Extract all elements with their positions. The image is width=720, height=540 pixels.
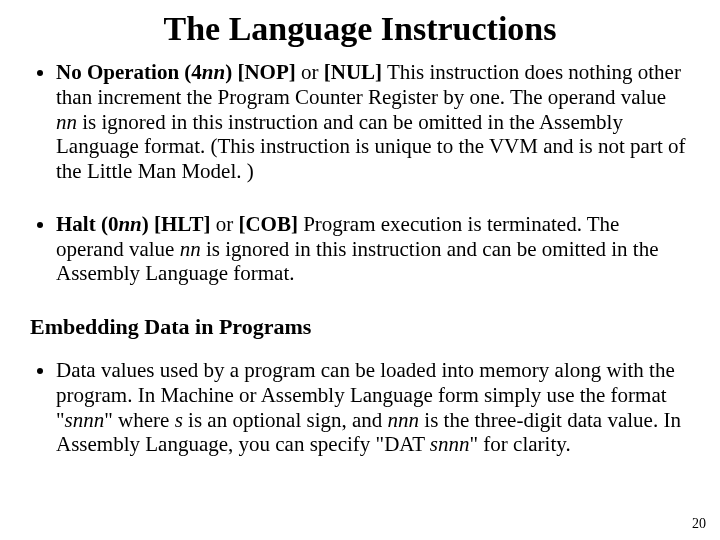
hlt-or: or xyxy=(210,212,238,236)
data-text3: is an optional sign, and xyxy=(183,408,388,432)
nop-alt: [NUL] xyxy=(324,60,382,84)
nop-nn: nn xyxy=(56,110,77,134)
slide-title: The Language Instructions xyxy=(28,10,692,48)
bullet-data: Data values used by a program can be loa… xyxy=(56,358,692,457)
bullet-list-1: No Operation (4nn) [NOP] or [NUL] This i… xyxy=(34,60,692,286)
hlt-alt: [COB] xyxy=(238,212,298,236)
bullet-nop: No Operation (4nn) [NOP] or [NUL] This i… xyxy=(56,60,692,184)
bullet-hlt: Halt (0nn) [HLT] or [COB] Program execut… xyxy=(56,212,692,286)
data-snnn1: snnn xyxy=(65,408,105,432)
nop-lead: No Operation (4nn) [NOP] xyxy=(56,60,296,84)
slide: The Language Instructions No Operation (… xyxy=(0,0,720,540)
data-snnn2: snnn xyxy=(430,432,470,456)
data-text5: " for clarity. xyxy=(470,432,571,456)
data-text2: " where xyxy=(104,408,174,432)
page-number: 20 xyxy=(692,516,706,532)
hlt-lead: Halt (0nn) [HLT] xyxy=(56,212,210,236)
data-s: s xyxy=(175,408,183,432)
data-nnn: nnn xyxy=(388,408,420,432)
subheading-embedding: Embedding Data in Programs xyxy=(30,314,692,340)
bullet-list-2: Data values used by a program can be loa… xyxy=(34,358,692,457)
nop-text2: is ignored in this instruction and can b… xyxy=(56,110,686,184)
nop-or: or xyxy=(296,60,324,84)
hlt-nn: nn xyxy=(180,237,201,261)
